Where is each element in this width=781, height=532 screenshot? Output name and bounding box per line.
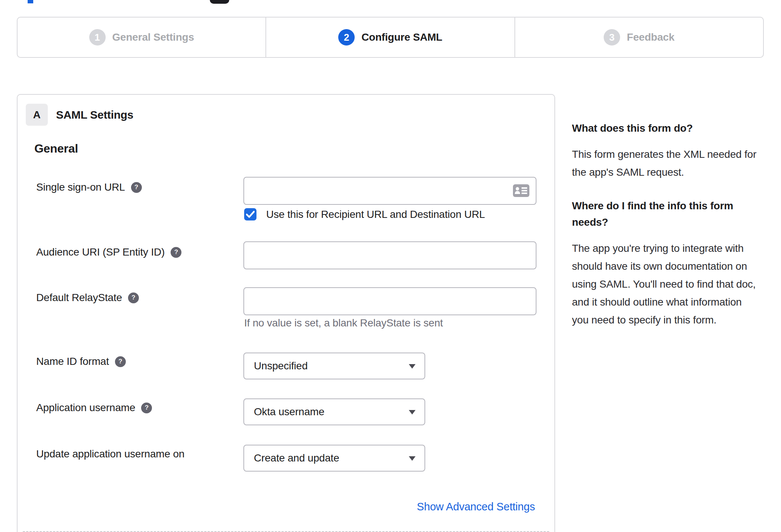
step-configure-saml[interactable]: 2 Configure SAML: [265, 18, 514, 57]
chevron-down-icon: [409, 364, 416, 369]
step-3-number-badge: 3: [604, 29, 620, 46]
default-relaystate-label-row: Default RelayState ?: [36, 292, 139, 304]
recipient-url-checkbox-label: Use this for Recipient URL and Destinati…: [266, 209, 485, 220]
application-username-label-row: Application username ?: [36, 402, 152, 414]
step-general-settings[interactable]: 1 General Settings: [18, 18, 265, 57]
single-sign-on-url-input[interactable]: [243, 177, 536, 205]
show-advanced-settings-link[interactable]: Show Advanced Settings: [417, 501, 535, 513]
name-id-format-label-row: Name ID format ?: [36, 356, 126, 367]
recipient-url-checkbox-row: Use this for Recipient URL and Destinati…: [244, 208, 485, 220]
name-id-format-select[interactable]: Unspecified: [243, 353, 425, 379]
update-username-select[interactable]: Create and update: [243, 445, 425, 472]
audience-uri-label: Audience URI (SP Entity ID): [36, 246, 165, 258]
section-a-badge: A: [26, 104, 48, 126]
default-relaystate-label: Default RelayState: [36, 292, 122, 304]
step-feedback[interactable]: 3 Feedback: [514, 18, 763, 57]
saml-settings-card: A SAML Settings General Single sign-on U…: [17, 94, 555, 532]
recipient-url-checkbox[interactable]: [244, 208, 256, 220]
help-body-where: The app you're trying to integrate with …: [572, 240, 761, 329]
help-body-what: This form generates the XML needed for t…: [572, 145, 761, 181]
setup-wizard-stepper: 1 General Settings 2 Configure SAML 3 Fe…: [17, 17, 764, 58]
cutoff-logo-fragment: [210, 0, 229, 4]
default-relaystate-input[interactable]: [243, 287, 536, 315]
contact-card-icon: [513, 183, 530, 198]
help-icon[interactable]: ?: [141, 403, 152, 413]
help-panel: What does this form do? This form genera…: [572, 120, 761, 345]
help-icon[interactable]: ?: [131, 182, 142, 193]
chevron-down-icon: [409, 410, 416, 414]
help-icon[interactable]: ?: [128, 292, 139, 303]
step-1-label: General Settings: [112, 31, 194, 43]
application-username-label: Application username: [36, 402, 135, 414]
update-username-value: Create and update: [254, 452, 339, 464]
help-heading-where: Where do I find the info this form needs…: [572, 198, 761, 231]
card-title: SAML Settings: [56, 104, 133, 126]
audience-uri-label-row: Audience URI (SP Entity ID) ?: [36, 246, 181, 258]
name-id-format-value: Unspecified: [254, 360, 308, 372]
chevron-down-icon: [409, 456, 416, 461]
single-sign-on-url-label-row: Single sign-on URL ?: [36, 181, 142, 193]
single-sign-on-url-label: Single sign-on URL: [36, 181, 125, 193]
cutoff-blue-fragment: [28, 0, 33, 3]
help-heading-what: What does this form do?: [572, 120, 761, 137]
checkmark-icon: [246, 211, 255, 218]
single-sign-on-url-input-wrap: [243, 177, 536, 205]
name-id-format-label: Name ID format: [36, 356, 109, 367]
help-icon[interactable]: ?: [115, 356, 126, 367]
audience-uri-input[interactable]: [243, 241, 536, 269]
relaystate-hint: If no value is set, a blank RelayState i…: [244, 317, 443, 329]
step-2-label: Configure SAML: [361, 31, 442, 43]
step-2-number-badge: 2: [338, 29, 355, 46]
update-username-label-row: Update application username on: [36, 448, 184, 460]
general-section-heading: General: [34, 142, 78, 156]
update-username-label: Update application username on: [36, 448, 184, 460]
help-icon[interactable]: ?: [171, 247, 181, 258]
step-1-number-badge: 1: [89, 29, 106, 46]
application-username-value: Okta username: [254, 406, 324, 418]
step-3-label: Feedback: [627, 31, 675, 43]
application-username-select[interactable]: Okta username: [243, 398, 425, 425]
